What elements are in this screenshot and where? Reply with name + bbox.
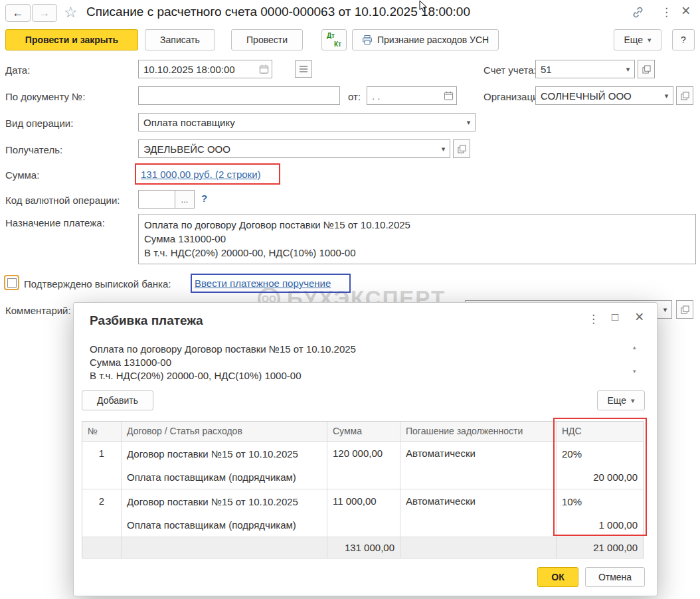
usn-expenses-label: Признание расходов УСН (377, 35, 489, 45)
ok-button[interactable]: ОК (537, 567, 578, 587)
open-form-icon (681, 305, 689, 314)
list-icon (299, 65, 308, 73)
cell-line-number[interactable]: 2 (82, 489, 122, 537)
table-header-row: № Договор / Статья расходов Сумма Погаше… (82, 422, 643, 441)
purpose-line: Оплата по договору Договор поставки №15 … (90, 343, 628, 356)
chevron-down-icon[interactable]: ▾ (462, 114, 475, 131)
currency-op-code-label: Код валютной операции: (5, 194, 120, 207)
cell-contract-expense[interactable]: Договор поставки №15 от 10.10.2025 Оплат… (122, 489, 327, 537)
chevron-down-icon[interactable]: ▾ (659, 301, 671, 318)
enter-payment-order-link[interactable]: Ввести платежное поручение (195, 278, 331, 289)
organization-open-button[interactable] (676, 86, 693, 105)
page-title: Списание с расчетного счета 0000-000063 … (86, 5, 470, 19)
chevron-down-icon[interactable]: ▾ (437, 140, 450, 157)
footer-empty-cell (122, 537, 327, 558)
calendar-icon[interactable] (256, 60, 272, 78)
dialog-purpose-text[interactable]: Оплата по договору Договор поставки №15 … (90, 343, 628, 383)
amount-breakdown-link[interactable]: 131 000,00 руб. (2 строки) (141, 169, 261, 180)
cell-vat[interactable]: 10% 1 000,00 (557, 489, 643, 537)
back-button[interactable]: ← (5, 4, 31, 22)
organization-field[interactable]: СОЛНЕЧНЫЙ ООО ▾ (535, 86, 673, 105)
post-button[interactable]: Провести (231, 29, 303, 50)
cell-vat[interactable]: 20% 20 000,00 (557, 442, 643, 489)
usn-expenses-button[interactable]: Признание расходов УСН (352, 29, 499, 50)
account-open-button[interactable] (638, 60, 655, 78)
vat-rate-text: 20% (562, 448, 638, 461)
dialog-more-menu-icon[interactable]: ⋮ (588, 312, 599, 326)
open-list-button[interactable] (295, 60, 312, 78)
total-vat: 21 000,00 (557, 537, 643, 558)
vat-rate-text: 10% (562, 495, 638, 509)
comment-open-button[interactable] (676, 300, 693, 319)
column-header-sum: Сумма (327, 422, 400, 441)
column-header-vat: НДС (557, 422, 643, 441)
operation-kind-value: Оплата поставщику (143, 117, 462, 128)
doc-from-date-field[interactable]: . . (367, 86, 457, 105)
dialog-close-icon[interactable]: × (635, 308, 644, 326)
open-form-icon (642, 65, 651, 74)
recipient-open-button[interactable] (453, 139, 470, 158)
forward-button[interactable]: → (32, 4, 57, 22)
title-more-menu-icon[interactable]: ⋮ (661, 5, 672, 19)
more-actions-button[interactable]: Еще ▾ (614, 29, 661, 50)
account-field[interactable]: 51 ▾ (535, 60, 635, 78)
checkbox-box (7, 278, 17, 288)
operation-kind-label: Вид операции: (5, 117, 73, 129)
table-footer-row: 131 000,00 21 000,00 (82, 537, 643, 558)
currency-op-code-help-link[interactable]: ? (201, 193, 207, 204)
cell-line-number[interactable]: 1 (82, 442, 122, 489)
close-icon[interactable]: × (681, 2, 690, 20)
calendar-icon[interactable] (440, 87, 456, 104)
dialog-more-actions-label: Еще (607, 395, 626, 406)
chevron-down-icon: ▾ (648, 36, 652, 44)
doc-number-field[interactable] (138, 86, 340, 105)
table-row[interactable]: 2 Договор поставки №15 от 10.10.2025 Опл… (82, 489, 643, 537)
dialog-maximize-icon[interactable]: □ (612, 311, 618, 324)
contract-text: Договор поставки №15 от 10.10.2025 (127, 495, 321, 509)
comment-label: Комментарий: (5, 304, 71, 317)
expense-item-text: Оплата поставщикам (подрядчикам) (127, 519, 321, 532)
column-header-repayment: Погашение задолженности (400, 422, 557, 441)
cell-repayment[interactable]: Автоматически (400, 489, 557, 537)
amount-label: Сумма: (5, 169, 39, 181)
column-header-num: № (82, 422, 122, 441)
app-window: ← → ☆ Списание с расчетного счета 0000-0… (0, 0, 700, 599)
add-row-button[interactable]: Добавить (82, 390, 153, 410)
cancel-button[interactable]: Отмена (585, 567, 645, 587)
recipient-label: Получатель: (5, 143, 62, 156)
table-row[interactable]: 1 Договор поставки №15 от 10.10.2025 Опл… (82, 441, 643, 489)
date-label: Дата: (5, 64, 30, 76)
operation-kind-field[interactable]: Оплата поставщику ▾ (138, 113, 476, 131)
purpose-textarea[interactable]: Оплата по договору Договор поставки №15 … (138, 214, 696, 264)
date-field[interactable]: 10.10.2025 18:00:00 (138, 60, 272, 78)
doc-from-label: от: (348, 90, 361, 103)
help-button[interactable]: ? (672, 29, 695, 50)
write-button[interactable]: Записать (145, 29, 215, 50)
recipient-field[interactable]: ЭДЕЛЬВЕЙС ООО ▾ (138, 139, 450, 158)
doc-number-label: По документу №: (5, 90, 85, 103)
more-actions-label: Еще (624, 35, 643, 45)
chevron-down-icon[interactable]: ▾ (622, 60, 634, 78)
cell-repayment[interactable]: Автоматически (400, 442, 557, 489)
currency-op-code-field[interactable] (138, 190, 175, 209)
chevron-down-icon[interactable]: ▾ (660, 87, 673, 104)
get-link-icon[interactable] (631, 5, 645, 22)
cell-sum[interactable]: 11 000,00 (327, 489, 400, 537)
bank-statement-checkbox[interactable] (4, 275, 19, 290)
scroll-down-icon[interactable]: ▾ (633, 368, 636, 375)
cell-sum[interactable]: 120 000,00 (327, 442, 400, 489)
dialog-more-actions-button[interactable]: Еще ▾ (597, 390, 645, 410)
footer-empty-cell (400, 537, 557, 558)
dtkt-button[interactable]: ДтКт (321, 29, 347, 50)
mouse-cursor (419, 0, 428, 15)
scroll-up-icon[interactable]: ▴ (633, 344, 636, 351)
post-and-close-button[interactable]: Провести и закрыть (5, 29, 138, 50)
vat-amount-text: 1 000,00 (562, 519, 638, 532)
open-form-icon (681, 92, 689, 100)
expense-item-text: Оплата поставщикам (подрядчикам) (127, 471, 321, 484)
purpose-line: В т.ч. НДС(20%) 20000-00, НДС(10%) 1000-… (90, 369, 628, 383)
dtkt-icon: ДтКт (327, 32, 341, 48)
favorite-star-icon[interactable]: ☆ (64, 3, 78, 21)
currency-op-code-select-button[interactable]: ... (175, 190, 195, 209)
cell-contract-expense[interactable]: Договор поставки №15 от 10.10.2025 Оплат… (122, 442, 327, 489)
